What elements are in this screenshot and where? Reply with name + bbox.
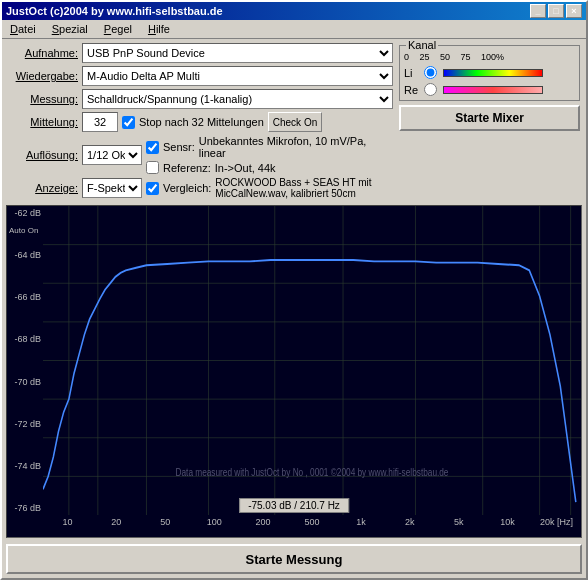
y-axis: -62 dB -64 dB -66 dB -68 dB -70 dB -72 d… <box>7 206 43 515</box>
x-label-10: 10 <box>43 517 92 527</box>
y-label-4: -68 dB <box>9 334 41 344</box>
x-label-20: 20 <box>92 517 141 527</box>
menu-datei[interactable]: Datei <box>6 22 40 36</box>
x-axis: 10 20 50 100 200 500 1k 2k 5k 10k 20k [H… <box>43 515 581 537</box>
wiedergabe-dropdown[interactable]: M-Audio Delta AP Multi <box>82 66 393 86</box>
referenz-label: Referenz: <box>163 162 211 174</box>
aufnahme-row: Aufnahme: USB PnP Sound Device <box>6 43 393 63</box>
sensor-row: Sensr: Unbekanntes Mikrofon, 10 mV/Pa, l… <box>146 135 393 159</box>
sensor-value: Unbekanntes Mikrofon, 10 mV/Pa, linear <box>199 135 393 159</box>
x-label-20k: 20k [Hz] <box>532 517 581 527</box>
auto-on-label: Auto On <box>9 226 38 235</box>
mittelung-row: Mittelung: Stop nach 32 Mittelungen Chec… <box>6 112 393 132</box>
menu-spezial[interactable]: Spezial <box>48 22 92 36</box>
stop-label: Stop nach 32 Mittelungen <box>139 116 264 128</box>
controls-area: Aufnahme: USB PnP Sound Device Wiedergab… <box>2 39 586 203</box>
kanal-section: Kanal 0 25 50 75 100% Li <box>399 45 580 101</box>
y-label-2: -64 dB <box>9 250 41 260</box>
mittelung-label: Mittelung: <box>6 116 78 128</box>
aufloesung-row: Auflösung: 1/12 Oktave Sensr: Unbekannte… <box>6 135 393 174</box>
svg-text:Data measured with JustOct by : Data measured with JustOct by No , 0001 … <box>176 468 449 479</box>
minimize-button[interactable]: _ <box>530 4 546 18</box>
referenz-row: Referenz: In->Out, 44k <box>146 161 393 174</box>
y-label-8: -76 dB <box>9 503 41 513</box>
re-radio[interactable] <box>424 83 437 96</box>
close-button[interactable]: × <box>566 4 582 18</box>
aufnahme-label: Aufnahme: <box>6 47 78 59</box>
aufloesung-label: Auflösung: <box>6 149 78 161</box>
anzeige-row: Anzeige: F-Spektrum Vergleich: ROCKWOOD … <box>6 177 393 199</box>
vergleich-row: Vergleich: ROCKWOOD Bass + SEAS HT mit M… <box>146 177 393 199</box>
left-controls: Aufnahme: USB PnP Sound Device Wiedergab… <box>6 43 393 199</box>
anzeige-dropdown[interactable]: F-Spektrum <box>82 178 142 198</box>
check-on-button[interactable]: Check On <box>268 112 322 132</box>
title-bar: JustOct (c)2004 by www.hifi-selbstbau.de… <box>2 2 586 20</box>
vergleich-info: Vergleich: ROCKWOOD Bass + SEAS HT mit M… <box>146 177 393 199</box>
li-row: Li <box>404 66 575 79</box>
graph-plot: Data measured with JustOct by No , 0001 … <box>43 206 581 515</box>
aufnahme-dropdown[interactable]: USB PnP Sound Device <box>82 43 393 63</box>
x-label-5k: 5k <box>434 517 483 527</box>
vergleich-value: ROCKWOOD Bass + SEAS HT mit MicCalNew.wa… <box>215 177 393 199</box>
slider-ticks: 0 25 50 75 100% <box>404 52 504 62</box>
x-label-500: 500 <box>288 517 337 527</box>
main-window: JustOct (c)2004 by www.hifi-selbstbau.de… <box>0 0 588 580</box>
sensor-label: Sensr: <box>163 141 195 153</box>
referenz-checkbox[interactable] <box>146 161 159 174</box>
window-title: JustOct (c)2004 by www.hifi-selbstbau.de <box>6 5 223 17</box>
re-colorbar <box>443 86 543 94</box>
y-label-5: -70 dB <box>9 377 41 387</box>
maximize-button[interactable]: □ <box>548 4 564 18</box>
li-label: Li <box>404 67 420 79</box>
anzeige-label: Anzeige: <box>6 182 78 194</box>
y-label-1: -62 dB <box>9 208 41 218</box>
wiedergabe-label: Wiedergabe: <box>6 70 78 82</box>
aufloesung-dropdown[interactable]: 1/12 Oktave <box>82 145 142 165</box>
x-label-100: 100 <box>190 517 239 527</box>
y-label-6: -72 dB <box>9 419 41 429</box>
x-label-50: 50 <box>141 517 190 527</box>
window-controls: _ □ × <box>530 4 582 18</box>
menu-pegel[interactable]: Pegel <box>100 22 136 36</box>
messung-dropdown[interactable]: Schalldruck/Spannung (1-kanalig) <box>82 89 393 109</box>
vergleich-label: Vergleich: <box>163 182 211 194</box>
re-label: Re <box>404 84 420 96</box>
right-panel: Kanal 0 25 50 75 100% Li <box>397 43 582 199</box>
starte-mixer-button[interactable]: Starte Mixer <box>399 105 580 131</box>
freq-indicator: -75.03 dB / 210.7 Hz <box>239 498 349 513</box>
y-label-3: -66 dB <box>9 292 41 302</box>
mittelung-input[interactable] <box>82 112 118 132</box>
re-row: Re <box>404 83 575 96</box>
li-radio[interactable] <box>424 66 437 79</box>
menu-bar: Datei Spezial Pegel Hilfe <box>2 20 586 39</box>
graph-svg: Data measured with JustOct by No , 0001 … <box>43 206 581 515</box>
x-label-1k: 1k <box>336 517 385 527</box>
messung-label: Messung: <box>6 93 78 105</box>
referenz-value: In->Out, 44k <box>215 162 276 174</box>
li-colorbar <box>443 69 543 77</box>
x-label-2k: 2k <box>385 517 434 527</box>
sensor-info: Sensr: Unbekanntes Mikrofon, 10 mV/Pa, l… <box>146 135 393 174</box>
wiedergabe-row: Wiedergabe: M-Audio Delta AP Multi <box>6 66 393 86</box>
x-label-10k: 10k <box>483 517 532 527</box>
sensor-checkbox[interactable] <box>146 141 159 154</box>
x-label-200: 200 <box>239 517 288 527</box>
graph-container: -62 dB -64 dB -66 dB -68 dB -70 dB -72 d… <box>6 205 582 538</box>
kanal-title: Kanal <box>406 39 438 51</box>
starte-messung-button[interactable]: Starte Messung <box>6 544 582 574</box>
menu-hilfe[interactable]: Hilfe <box>144 22 174 36</box>
vergleich-checkbox[interactable] <box>146 182 159 195</box>
stop-checkbox[interactable] <box>122 116 135 129</box>
messung-row: Messung: Schalldruck/Spannung (1-kanalig… <box>6 89 393 109</box>
y-label-7: -74 dB <box>9 461 41 471</box>
